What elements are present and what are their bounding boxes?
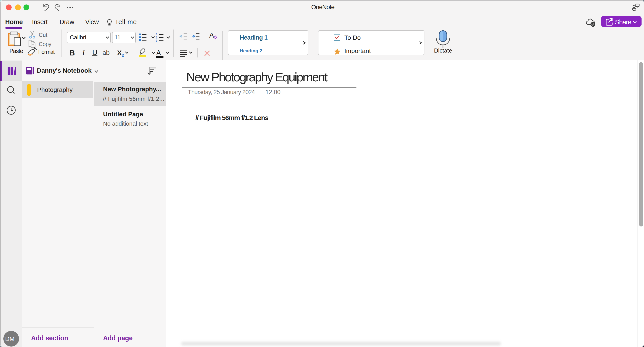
svg-text:2: 2 (156, 36, 158, 39)
svg-text:3: 3 (156, 39, 158, 42)
svg-text:1: 1 (156, 33, 158, 36)
